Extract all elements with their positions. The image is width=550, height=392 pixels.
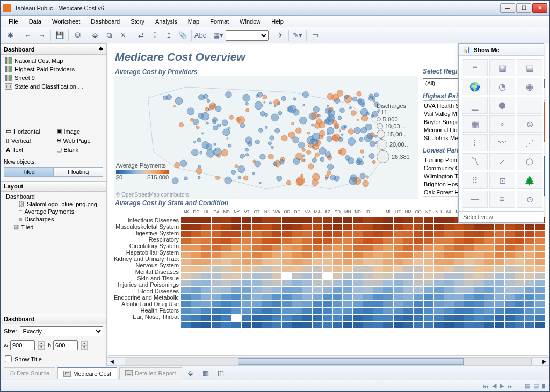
new-datasource-button[interactable]: ⛁ bbox=[71, 29, 84, 42]
menu-story[interactable]: Story bbox=[126, 17, 149, 26]
showme-option[interactable]: ⊚ bbox=[517, 115, 542, 133]
tiled-toggle[interactable]: Tiled bbox=[4, 167, 54, 177]
showme-option[interactable]: 🌍 bbox=[462, 78, 488, 95]
minimize-button[interactable] bbox=[500, 3, 515, 13]
forward-button[interactable]: → bbox=[35, 29, 48, 42]
obj-blank[interactable]: ▢Blank bbox=[56, 146, 102, 153]
sort-desc-button[interactable]: ↥ bbox=[162, 29, 175, 42]
showme-option[interactable]: ⫴ bbox=[517, 97, 542, 114]
fit-dropdown[interactable]: ▦▾ bbox=[212, 29, 225, 42]
showme-option[interactable]: ⬢ bbox=[489, 97, 515, 114]
showme-option[interactable]: ▤ bbox=[517, 59, 542, 76]
map-viz[interactable]: Average Payments $0$15,000 © OpenStreetM… bbox=[114, 76, 418, 199]
sort-asc-button[interactable]: ↧ bbox=[148, 29, 161, 42]
sheet-item[interactable]: Sheet 9 bbox=[1, 74, 106, 82]
showme-option[interactable]: 🌲 bbox=[517, 172, 542, 189]
layout-node[interactable]: ≡Average Payments bbox=[4, 208, 103, 215]
new-worksheet-tab[interactable]: ⬙ bbox=[184, 367, 197, 380]
maximize-button[interactable] bbox=[516, 3, 531, 13]
height-input[interactable] bbox=[53, 340, 78, 350]
size-mode-select[interactable]: Exactly bbox=[20, 326, 103, 336]
label-button[interactable]: Abc bbox=[194, 29, 207, 42]
showme-option[interactable]: ⊡ bbox=[489, 172, 515, 189]
tableau-icon[interactable]: ✱ bbox=[4, 29, 17, 42]
w-up[interactable]: ▴ bbox=[38, 341, 45, 345]
showme-option[interactable]: ▦ bbox=[462, 115, 488, 133]
showme-option[interactable]: — bbox=[462, 191, 488, 208]
obj-text[interactable]: AText bbox=[6, 146, 51, 153]
tab-detailed-report[interactable]: Detailed Report bbox=[119, 367, 182, 379]
first-icon[interactable]: ⏮ bbox=[483, 383, 489, 389]
back-button[interactable]: ← bbox=[21, 29, 34, 42]
layout-node[interactable]: 🖼SlalomLogo_blue_png.png bbox=[4, 200, 103, 208]
showme-option[interactable]: ≡ bbox=[462, 59, 488, 76]
show-title-checkbox[interactable] bbox=[5, 355, 12, 362]
showme-option[interactable]: ⫶ bbox=[462, 134, 488, 151]
presentation-button[interactable]: ▭ bbox=[309, 29, 322, 42]
floating-toggle[interactable]: Floating bbox=[54, 167, 104, 177]
menu-format[interactable]: Format bbox=[205, 17, 234, 26]
width-input[interactable] bbox=[10, 340, 35, 350]
horizontal-scrollbar[interactable]: ◄ ► bbox=[107, 357, 549, 366]
obj-webpage[interactable]: ⊕Web Page bbox=[56, 137, 102, 144]
obj-image[interactable]: ▣Image bbox=[56, 128, 102, 135]
close-button[interactable] bbox=[532, 3, 547, 13]
showme-option[interactable]: ◉ bbox=[517, 78, 542, 95]
view-grid-icon[interactable]: ▦ bbox=[525, 382, 530, 389]
showme-option[interactable]: ∘ bbox=[489, 115, 515, 133]
scroll-thumb[interactable] bbox=[238, 358, 464, 365]
last-icon[interactable]: ⏭ bbox=[507, 383, 513, 389]
heatmap-viz[interactable]: Infectious DiseasesMusculoskeletal Syste… bbox=[114, 209, 545, 353]
menu-file[interactable]: File bbox=[4, 17, 23, 26]
layout-node[interactable]: Dashboard bbox=[4, 193, 103, 200]
showme-option[interactable]: 〽 bbox=[462, 153, 488, 170]
h-up[interactable]: ▴ bbox=[81, 341, 88, 345]
new-worksheet-button[interactable]: ⬙ bbox=[89, 29, 102, 42]
sheet-item[interactable]: State and Classification … bbox=[1, 82, 106, 91]
layout-node[interactable]: ≡Discharges bbox=[4, 215, 103, 223]
show-me-panel[interactable]: 📊Show Me ≡▦▤🌍◔◉▁⬢⫴▦∘⊚⫶〰⋰〽⟋⬡⠿⊡🌲—≡⊙ Select… bbox=[458, 43, 544, 223]
view-list-icon[interactable]: ▮ bbox=[542, 382, 545, 389]
duplicate-button[interactable]: ⧉ bbox=[103, 29, 115, 42]
collapse-icon[interactable]: ≑ bbox=[98, 46, 103, 53]
obj-vertical[interactable]: ▯Vertical bbox=[6, 137, 51, 144]
menu-map[interactable]: Map bbox=[183, 17, 204, 26]
menu-analysis[interactable]: Analysis bbox=[150, 17, 182, 26]
view-cards-icon[interactable]: ▤ bbox=[533, 382, 539, 389]
showme-option[interactable]: ⟋ bbox=[489, 153, 515, 170]
menu-data[interactable]: Data bbox=[24, 17, 46, 26]
layout-node[interactable]: ▦Tiled bbox=[4, 223, 103, 231]
h-down[interactable]: ▾ bbox=[81, 345, 88, 350]
menu-worksheet[interactable]: Worksheet bbox=[47, 17, 85, 26]
showme-option[interactable]: ⠿ bbox=[462, 172, 488, 189]
showme-option[interactable]: ◔ bbox=[489, 78, 515, 95]
size-select[interactable] bbox=[226, 30, 269, 41]
save-button[interactable]: 💾 bbox=[53, 29, 66, 42]
obj-horizontal[interactable]: ▭Horizontal bbox=[6, 128, 51, 135]
showme-option[interactable]: ≡ bbox=[489, 191, 515, 208]
showme-option[interactable]: ▦ bbox=[489, 59, 515, 76]
sheet-item[interactable]: Highest Paid Providers bbox=[1, 65, 106, 74]
layout-panel-head[interactable]: Layout bbox=[1, 181, 106, 192]
dashboard2-panel-head[interactable]: Dashboard bbox=[1, 314, 106, 324]
menu-window[interactable]: Window bbox=[235, 17, 265, 26]
showme-option[interactable]: 〰 bbox=[489, 134, 515, 151]
showme-option[interactable]: ⋰ bbox=[517, 134, 542, 151]
new-story-tab[interactable]: ◫ bbox=[214, 367, 227, 380]
dashboard-panel-head[interactable]: Dashboard≑ bbox=[1, 43, 106, 55]
showme-option[interactable]: ⬡ bbox=[517, 153, 542, 170]
showme-option[interactable]: ▁ bbox=[462, 97, 488, 114]
w-down[interactable]: ▾ bbox=[38, 345, 45, 350]
menu-dashboard[interactable]: Dashboard bbox=[86, 17, 125, 26]
pin-axis-button[interactable]: ✈ bbox=[273, 29, 286, 42]
tab-medicare-cost[interactable]: Medicare Cost bbox=[57, 367, 117, 379]
highlight-button[interactable]: ✎▾ bbox=[291, 29, 304, 42]
sheet-item[interactable]: National Cost Map bbox=[1, 56, 106, 65]
pin-button[interactable]: 📎 bbox=[176, 29, 189, 42]
new-dashboard-tab[interactable]: ▦ bbox=[199, 367, 212, 380]
menu-help[interactable]: Help bbox=[266, 17, 288, 26]
tab-datasource[interactable]: ⛁Data Source bbox=[4, 367, 55, 379]
swap-button[interactable]: ⇄ bbox=[134, 29, 147, 42]
next-icon[interactable]: ▶ bbox=[500, 382, 504, 389]
prev-icon[interactable]: ◀ bbox=[492, 382, 496, 389]
